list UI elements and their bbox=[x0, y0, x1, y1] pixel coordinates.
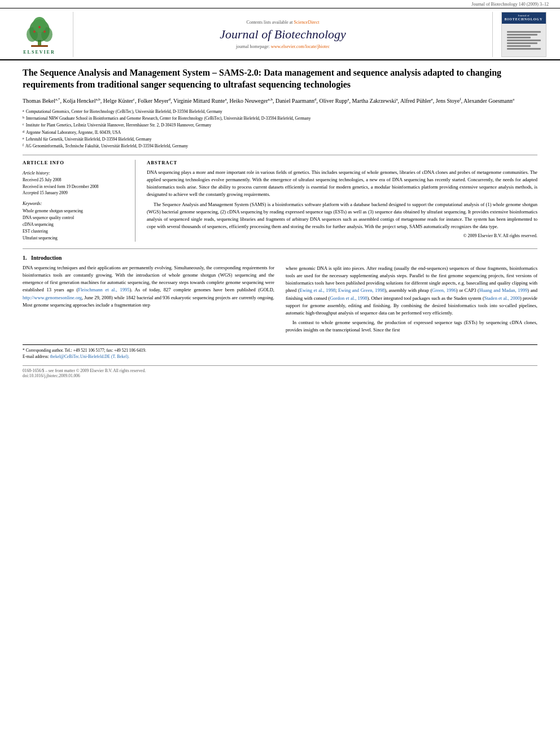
received-date: Received 25 July 2008 bbox=[23, 177, 126, 183]
cover-top: Journal of BIOTECHNOLOGY bbox=[502, 12, 546, 24]
journal-info-line: Journal of Biotechnology 140 (2009) 3–12 bbox=[0, 0, 560, 8]
abstract-column: ABSTRACT DNA sequencing plays a more and… bbox=[147, 160, 537, 242]
cover-line-1 bbox=[507, 31, 541, 33]
paper-title: The Sequence Analysis and Management Sys… bbox=[23, 67, 537, 91]
keyword-2: DNA sequence quality control bbox=[23, 215, 126, 221]
footnote-corresponding: Corresponding author. Tel.: +49 521 106 … bbox=[26, 348, 146, 353]
footnote-text: * Corresponding author. Tel.: +49 521 10… bbox=[23, 347, 537, 353]
cover-line-4 bbox=[507, 40, 541, 41]
affiliation-b: b International NRW Graduate School in B… bbox=[23, 115, 537, 121]
affiliation-d: d Argonne National Laboratory, Argonne, … bbox=[23, 129, 537, 136]
svg-rect-8 bbox=[31, 45, 48, 47]
cover-decoration bbox=[507, 31, 541, 50]
keyword-5: Ultrafast sequencing bbox=[23, 235, 126, 242]
cover-line-7 bbox=[507, 48, 541, 50]
keywords-section: Keywords: Whole genome shotgun sequencin… bbox=[23, 200, 126, 242]
huang-ref[interactable]: Huang and Madan, 1999 bbox=[479, 287, 527, 293]
journal-title: Journal of Biotechnology bbox=[220, 27, 346, 42]
abstract-text: DNA sequencing plays a more and more imp… bbox=[147, 169, 537, 230]
abstract-heading: ABSTRACT bbox=[147, 160, 537, 165]
sciencedirect-line: Contents lists available at ScienceDirec… bbox=[247, 20, 320, 25]
abstract-paragraph-2: The Sequence Analysis and Management Sys… bbox=[147, 201, 537, 230]
staden-ref[interactable]: Staden et al., 2000 bbox=[484, 295, 520, 301]
footnote-email: E-mail address: tbekel@CeBiTec.Uni-Biele… bbox=[23, 353, 537, 360]
keyword-1: Whole genome shotgun sequencing bbox=[23, 208, 126, 215]
received-revised-date: Received in revised form 19 December 200… bbox=[23, 184, 126, 190]
journal-cover: Journal of BIOTECHNOLOGY bbox=[501, 12, 546, 57]
article-info-heading: ARTICLE INFO bbox=[23, 160, 126, 165]
page: Journal of Biotechnology 140 (2009) 3–12 bbox=[0, 0, 560, 747]
keyword-4: EST clustering bbox=[23, 228, 126, 235]
journal-homepage: journal homepage: www.elsevier.com/locat… bbox=[236, 44, 330, 49]
footnote-area: * Corresponding author. Tel.: +49 521 10… bbox=[23, 344, 537, 360]
article-history-title: Article history: bbox=[23, 170, 126, 177]
intro-right-col: where genomic DNA is split into pieces. … bbox=[286, 255, 537, 337]
article-info-abstract: ARTICLE INFO Article history: Received 2… bbox=[23, 160, 537, 242]
cover-line-2 bbox=[507, 34, 537, 36]
affiliation-f-text: AG Genominformatik, Technische Fakultät,… bbox=[25, 143, 188, 149]
affiliation-c: c Institute for Plant Genetics, Leibniz … bbox=[23, 122, 537, 128]
elsevier-tree-icon bbox=[20, 15, 59, 49]
abstract-paragraph-1: DNA sequencing plays a more and more imp… bbox=[147, 169, 537, 198]
intro-para-2: where genomic DNA is split into pieces. … bbox=[286, 265, 537, 317]
authors-text: Thomas Bekela,*, Kolja Henckela,b, Helge… bbox=[23, 98, 514, 104]
body-section: 1. Introduction DNA sequencing technique… bbox=[23, 255, 537, 337]
bottom-bar: 0168-1656/$ – see front matter © 2009 El… bbox=[23, 365, 537, 378]
cover-line-6 bbox=[507, 45, 531, 47]
cover-body bbox=[502, 24, 546, 56]
article-info-column: ARTICLE INFO Article history: Received 2… bbox=[23, 160, 135, 242]
authors-line: Thomas Bekela,*, Kolja Henckela,b, Helge… bbox=[23, 97, 537, 105]
affiliations-section: a Computational Genomics, Center for Bio… bbox=[23, 108, 537, 150]
gordon-ref[interactable]: Gordon et al., 1998 bbox=[330, 295, 367, 301]
article-history-section: Article history: Received 25 July 2008 R… bbox=[23, 170, 126, 196]
affiliation-f: f AG Genominformatik, Technische Fakultä… bbox=[23, 143, 537, 149]
affiliation-c-text: Institute for Plant Genetics, Leibniz Un… bbox=[26, 122, 212, 128]
intro-left-text: DNA sequencing techniques and their appl… bbox=[23, 264, 274, 309]
affiliation-b-text: International NRW Graduate School in Bio… bbox=[26, 115, 310, 121]
sciencedirect-link[interactable]: ScienceDirect bbox=[294, 20, 320, 25]
ewing-ref-2[interactable]: Ewing and Green, 1998 bbox=[338, 287, 384, 293]
copyright-line: © 2009 Elsevier B.V. All rights reserved… bbox=[147, 233, 537, 238]
affiliation-e: e Lehrstuhl für Genetik, Universität Bie… bbox=[23, 136, 537, 142]
elsevier-logo: ELSEVIER bbox=[20, 15, 59, 55]
svg-point-7 bbox=[38, 26, 41, 28]
affiliation-e-text: Lehrstuhl für Genetik, Universität Biele… bbox=[26, 136, 152, 142]
issn-line: 0168-1656/$ – see front matter © 2009 El… bbox=[23, 368, 537, 373]
accepted-date: Accepted 15 January 2009 bbox=[23, 190, 126, 196]
fleischmann-ref[interactable]: Fleischmann et al., 1995 bbox=[78, 287, 129, 292]
green-ref[interactable]: Green, 1996 bbox=[432, 287, 456, 293]
intro-right-text: where genomic DNA is split into pieces. … bbox=[286, 265, 537, 334]
affiliation-a: a Computational Genomics, Center for Bio… bbox=[23, 108, 537, 115]
keyword-3: cDNA sequencing bbox=[23, 221, 126, 228]
footnote-email-link[interactable]: tbekel@CeBiTec.Uni-Bielefeld.DE (T. Beke… bbox=[50, 354, 129, 359]
intro-para-3: In contrast to whole genome sequencing, … bbox=[286, 319, 537, 334]
journal-citation: Journal of Biotechnology 140 (2009) 3–12 bbox=[471, 2, 549, 7]
journal-cover-section: Journal of BIOTECHNOLOGY bbox=[492, 12, 549, 57]
svg-point-5 bbox=[33, 30, 36, 33]
cover-line-3 bbox=[507, 37, 531, 38]
introduction-two-col: 1. Introduction DNA sequencing technique… bbox=[23, 255, 537, 337]
keywords-title: Keywords: bbox=[23, 200, 126, 208]
intro-para-1: DNA sequencing techniques and their appl… bbox=[23, 264, 274, 309]
intro-left-col: 1. Introduction DNA sequencing technique… bbox=[23, 255, 274, 337]
svg-point-6 bbox=[43, 30, 46, 33]
main-content: The Sequence Analysis and Management Sys… bbox=[0, 60, 560, 390]
body-divider bbox=[23, 248, 537, 249]
section-divider bbox=[23, 155, 537, 155]
journal-header: ELSEVIER Contents lists available at Sci… bbox=[0, 8, 560, 60]
footnote-star: * bbox=[23, 348, 25, 353]
affiliation-a-text: Computational Genomics, Center for Biote… bbox=[26, 108, 222, 115]
homepage-link[interactable]: www.elsevier.com/locate/jbiotec bbox=[271, 44, 330, 49]
cover-line-5 bbox=[507, 42, 537, 44]
doi-line: doi:10.1016/j.jbiotec.2009.01.006 bbox=[23, 373, 537, 378]
elsevier-logo-section: ELSEVIER bbox=[11, 12, 73, 57]
journal-title-section: Contents lists available at ScienceDirec… bbox=[73, 12, 492, 57]
cover-top-text: Journal of BIOTECHNOLOGY bbox=[505, 14, 543, 21]
elsevier-text: ELSEVIER bbox=[23, 50, 55, 55]
svg-point-4 bbox=[33, 17, 46, 33]
ewing-ref-1[interactable]: Ewing et al., 1998 bbox=[300, 287, 335, 293]
gold-link[interactable]: http://www.genomesonline.org bbox=[23, 295, 82, 300]
intro-section-title: 1. Introduction bbox=[23, 255, 274, 261]
affiliation-d-text: Argonne National Laboratory, Argonne, IL… bbox=[26, 129, 121, 136]
